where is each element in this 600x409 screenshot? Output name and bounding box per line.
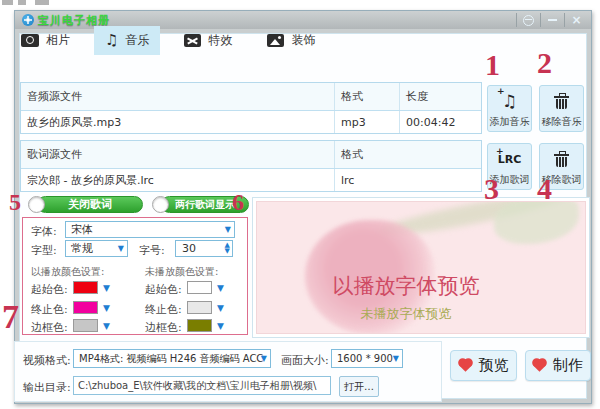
audio-file-format: mp3 bbox=[334, 111, 399, 133]
lyrics-preview-pane: 以播放字体预览 未播放字体预览 bbox=[252, 197, 590, 338]
annotation-4: 4 bbox=[537, 174, 552, 204]
spin-down-icon[interactable]: ▼ bbox=[225, 249, 230, 255]
annotation-6: 6 bbox=[232, 190, 244, 214]
close-icon: × bbox=[571, 14, 581, 26]
remove-lyrics-icon bbox=[540, 144, 583, 174]
screen-size-select[interactable]: 1600 * 900 ▼ bbox=[331, 349, 403, 368]
played-font-preview-text: 以播放字体预览 bbox=[257, 272, 555, 300]
audio-header-format: 格式 bbox=[334, 83, 399, 110]
chevron-down-icon[interactable]: ▼ bbox=[103, 304, 110, 313]
output-settings-panel: 视频格式: MP4格式: 视频编码 H246 音频编码 ACC ▼ 画面大小: … bbox=[14, 341, 442, 402]
unplayed-border-label: 边框色: bbox=[145, 320, 182, 335]
chevron-down-icon: ▼ bbox=[261, 355, 267, 363]
annotation-2: 2 bbox=[537, 48, 552, 78]
video-format-label: 视频格式: bbox=[23, 353, 71, 368]
annotation-5: 5 bbox=[9, 190, 21, 214]
close-lyrics-toggle[interactable]: 关闭歌词 bbox=[37, 196, 143, 213]
remove-music-button[interactable]: 移除音乐 bbox=[539, 85, 584, 132]
close-button[interactable]: × bbox=[564, 13, 588, 27]
skin-menu-button[interactable] bbox=[516, 13, 540, 27]
font-family-label: 字体: bbox=[31, 224, 57, 239]
tab-bar: 相片 ♫ 音乐 特效 装饰 bbox=[10, 26, 326, 55]
audio-table: 音频源文件 格式 长度 故乡的原风景.mp3 mp3 00:04:42 bbox=[20, 82, 482, 134]
played-colors-title: 以播放颜色设置: bbox=[31, 265, 104, 279]
chevron-down-icon[interactable]: ▼ bbox=[217, 304, 224, 313]
unplayed-border-swatch[interactable] bbox=[187, 319, 212, 332]
clipped-desktop-text bbox=[2, 0, 60, 5]
annotation-1: 1 bbox=[485, 50, 500, 80]
picture-icon bbox=[267, 34, 284, 47]
app-icon bbox=[22, 14, 34, 26]
tab-effects-label: 特效 bbox=[208, 32, 232, 49]
remove-music-icon bbox=[540, 86, 583, 116]
played-border-swatch[interactable] bbox=[73, 319, 98, 332]
make-button[interactable]: 制作 bbox=[525, 350, 591, 381]
make-button-label: 制作 bbox=[553, 356, 583, 375]
annotation-7: 7 bbox=[2, 300, 19, 334]
camera-icon bbox=[21, 34, 39, 47]
remove-music-label: 移除音乐 bbox=[542, 116, 582, 128]
lyrics-header-format: 格式 bbox=[334, 141, 481, 168]
tab-photos-label: 相片 bbox=[46, 32, 70, 49]
audio-header-file: 音频源文件 bbox=[21, 83, 334, 110]
rose-leaf-image bbox=[494, 201, 579, 244]
add-music-label: 添加音乐 bbox=[490, 116, 530, 128]
audio-table-row[interactable]: 故乡的原风景.mp3 mp3 00:04:42 bbox=[21, 110, 481, 133]
tab-effects[interactable]: 特效 bbox=[173, 26, 243, 55]
unplayed-start-label: 起始色: bbox=[145, 282, 182, 297]
two-line-lyrics-label: 两行歌词显示 bbox=[175, 198, 235, 212]
unplayed-end-swatch[interactable] bbox=[187, 301, 212, 314]
played-end-label: 终止色: bbox=[31, 302, 68, 317]
unplayed-end-label: 终止色: bbox=[145, 302, 182, 317]
close-lyrics-radio[interactable] bbox=[28, 196, 45, 213]
minimize-button[interactable] bbox=[540, 13, 564, 27]
unplayed-font-preview-text: 未播放字体预览 bbox=[257, 305, 555, 323]
lyrics-table-row[interactable]: 宗次郎 - 故乡的原风景.lrc lrc bbox=[21, 168, 481, 191]
tab-music[interactable]: ♫ 音乐 bbox=[94, 26, 160, 55]
preview-button[interactable]: 预览 bbox=[450, 350, 517, 381]
chevron-down-icon[interactable]: ▼ bbox=[217, 284, 224, 293]
heart-icon bbox=[459, 359, 472, 372]
lyrics-table-header: 歌词源文件 格式 bbox=[21, 141, 481, 168]
played-start-label: 起始色: bbox=[31, 282, 68, 297]
video-format-select[interactable]: MP4格式: 视频编码 H246 音频编码 ACC ▼ bbox=[73, 349, 271, 368]
add-music-icon: + ♫ bbox=[488, 86, 531, 116]
close-lyrics-label: 关闭歌词 bbox=[68, 197, 112, 212]
add-lyrics-icon: + LRC bbox=[488, 144, 531, 174]
scissors-icon bbox=[184, 34, 201, 47]
tab-photos[interactable]: 相片 bbox=[10, 26, 81, 55]
lyrics-table: 歌词源文件 格式 宗次郎 - 故乡的原风景.lrc lrc bbox=[20, 140, 482, 192]
unplayed-start-swatch[interactable] bbox=[187, 281, 212, 294]
font-size-spinner[interactable]: 30 ▲ ▼ bbox=[175, 240, 233, 257]
open-dir-button[interactable]: 打开… bbox=[339, 376, 379, 397]
preview-button-label: 预览 bbox=[479, 356, 509, 375]
chevron-down-icon[interactable]: ▼ bbox=[103, 322, 110, 331]
chevron-down-icon: ▼ bbox=[118, 245, 124, 253]
spinner-arrows: ▲ ▼ bbox=[225, 242, 230, 255]
played-start-swatch[interactable] bbox=[73, 281, 98, 294]
window-controls: × bbox=[516, 11, 588, 29]
font-size-label: 字号: bbox=[139, 243, 165, 258]
heart-icon bbox=[533, 359, 546, 372]
annotation-3: 3 bbox=[484, 174, 499, 204]
font-family-select[interactable]: 宋体 ▼ bbox=[65, 221, 235, 238]
tab-decoration[interactable]: 装饰 bbox=[256, 26, 326, 55]
chevron-down-icon[interactable]: ▼ bbox=[217, 322, 224, 331]
screen-size-label: 画面大小: bbox=[281, 353, 329, 368]
skin-icon bbox=[523, 15, 534, 26]
font-style-select[interactable]: 常规 ▼ bbox=[65, 240, 128, 257]
chevron-down-icon: ▼ bbox=[225, 226, 231, 234]
add-music-button[interactable]: + ♫ 添加音乐 bbox=[487, 85, 532, 132]
preview-canvas: 以播放字体预览 未播放字体预览 bbox=[256, 201, 586, 334]
tab-decoration-label: 装饰 bbox=[291, 32, 315, 49]
trash-icon bbox=[556, 99, 567, 109]
output-dir-input[interactable]: C:\zhuboa_E\软件收藏\我的文档\宝川电子相册\视频\ bbox=[73, 376, 331, 395]
font-style-label: 字型: bbox=[31, 243, 57, 258]
lyrics-file-format: lrc bbox=[334, 169, 481, 191]
audio-table-header: 音频源文件 格式 长度 bbox=[21, 83, 481, 110]
two-line-lyrics-radio[interactable] bbox=[152, 196, 169, 213]
music-note-icon: ♫ bbox=[105, 34, 118, 47]
played-end-swatch[interactable] bbox=[73, 301, 98, 314]
chevron-down-icon[interactable]: ▼ bbox=[103, 284, 110, 293]
lyrics-file-name: 宗次郎 - 故乡的原风景.lrc bbox=[21, 169, 334, 191]
